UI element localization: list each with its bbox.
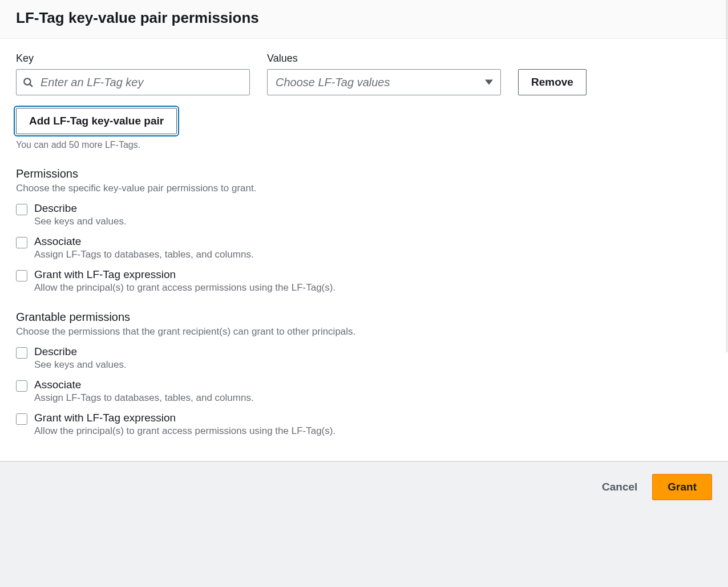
key-input-wrap [16, 69, 250, 95]
grantable-describe-content: Describe See keys and values. [34, 345, 127, 371]
permissions-title: Permissions [16, 167, 712, 180]
values-field: Values Choose LF-Tag values [267, 53, 501, 95]
perm-associate-row: Associate Assign LF-Tags to databases, t… [16, 235, 712, 260]
grantable-describe-checkbox[interactable] [16, 347, 27, 359]
grant-button[interactable]: Grant [652, 474, 712, 500]
grantable-desc: Choose the permissions that the grant re… [16, 326, 712, 337]
grantable-associate-row: Associate Assign LF-Tags to databases, t… [16, 379, 712, 404]
perm-grant-label: Grant with LF-Tag expression [34, 268, 335, 281]
perm-describe-label: Describe [34, 202, 127, 215]
perm-grant-desc: Allow the principal(s) to grant access p… [34, 282, 335, 294]
permissions-panel: LF-Tag key-value pair permissions Key Va… [0, 0, 728, 461]
svg-line-1 [30, 84, 33, 87]
grantable-title: Grantable permissions [16, 311, 712, 324]
cancel-button[interactable]: Cancel [595, 476, 644, 498]
panel-body: Key Values Choose LF-Tag values [0, 39, 728, 461]
perm-describe-desc: See keys and values. [34, 216, 127, 227]
perm-associate-checkbox[interactable] [16, 237, 27, 248]
key-label: Key [16, 53, 250, 65]
values-select[interactable]: Choose LF-Tag values [267, 69, 501, 95]
remove-field: Remove [518, 69, 587, 95]
chevron-down-icon [485, 80, 493, 85]
values-select-wrap: Choose LF-Tag values [267, 69, 501, 95]
remove-button[interactable]: Remove [518, 69, 587, 95]
perm-associate-label: Associate [34, 235, 254, 248]
search-icon [23, 77, 33, 87]
grantable-grant-label: Grant with LF-Tag expression [34, 412, 335, 424]
values-placeholder: Choose LF-Tag values [276, 76, 390, 89]
perm-describe-row: Describe See keys and values. [16, 202, 712, 227]
grantable-describe-desc: See keys and values. [34, 359, 127, 371]
perm-associate-content: Associate Assign LF-Tags to databases, t… [34, 235, 254, 260]
footer: Cancel Grant [0, 461, 728, 513]
grantable-associate-checkbox[interactable] [16, 380, 27, 392]
tag-row: Key Values Choose LF-Tag values [16, 53, 712, 95]
grantable-describe-row: Describe See keys and values. [16, 345, 712, 371]
grantable-associate-label: Associate [34, 379, 254, 391]
grantable-grant-desc: Allow the principal(s) to grant access p… [34, 425, 335, 437]
scrollbar-thumb[interactable] [726, 0, 728, 352]
values-label: Values [267, 53, 501, 65]
svg-point-0 [24, 78, 30, 85]
grantable-grant-content: Grant with LF-Tag expression Allow the p… [34, 412, 335, 437]
perm-describe-checkbox[interactable] [16, 204, 27, 215]
scrollbar[interactable] [726, 0, 728, 513]
permissions-section: Permissions Choose the specific key-valu… [16, 167, 712, 294]
lf-tag-count-helper: You can add 50 more LF-Tags. [16, 140, 712, 150]
perm-grant-checkbox[interactable] [16, 270, 27, 282]
add-row: Add LF-Tag key-value pair [16, 108, 712, 134]
grantable-section: Grantable permissions Choose the permiss… [16, 311, 712, 437]
permissions-desc: Choose the specific key-value pair permi… [16, 183, 712, 194]
perm-associate-desc: Assign LF-Tags to databases, tables, and… [34, 249, 254, 260]
perm-grant-row: Grant with LF-Tag expression Allow the p… [16, 268, 712, 294]
panel-title: LF-Tag key-value pair permissions [16, 9, 712, 27]
perm-describe-content: Describe See keys and values. [34, 202, 127, 227]
key-input[interactable] [16, 69, 250, 95]
grantable-associate-content: Associate Assign LF-Tags to databases, t… [34, 379, 254, 404]
grantable-associate-desc: Assign LF-Tags to databases, tables, and… [34, 392, 254, 404]
add-lf-tag-button[interactable]: Add LF-Tag key-value pair [16, 108, 177, 134]
key-field: Key [16, 53, 250, 95]
grantable-grant-row: Grant with LF-Tag expression Allow the p… [16, 412, 712, 437]
grantable-describe-label: Describe [34, 345, 127, 358]
perm-grant-content: Grant with LF-Tag expression Allow the p… [34, 268, 335, 294]
grantable-grant-checkbox[interactable] [16, 413, 27, 425]
panel-header: LF-Tag key-value pair permissions [0, 0, 728, 39]
